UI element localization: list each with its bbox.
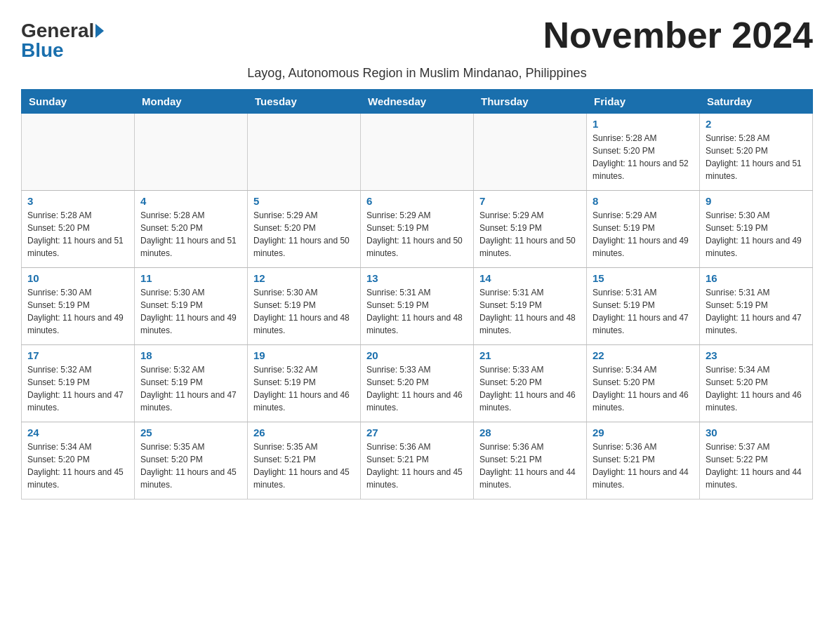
day-info: Sunrise: 5:29 AMSunset: 5:20 PMDaylight:… (253, 209, 355, 260)
calendar-cell: 9Sunrise: 5:30 AMSunset: 5:19 PMDaylight… (700, 191, 813, 268)
calendar-cell: 12Sunrise: 5:30 AMSunset: 5:19 PMDayligh… (248, 268, 361, 345)
day-number: 1 (593, 118, 694, 130)
calendar-cell: 15Sunrise: 5:31 AMSunset: 5:19 PMDayligh… (587, 268, 700, 345)
day-info: Sunrise: 5:29 AMSunset: 5:19 PMDaylight:… (479, 209, 581, 260)
calendar-cell: 25Sunrise: 5:35 AMSunset: 5:20 PMDayligh… (135, 422, 248, 499)
day-info: Sunrise: 5:33 AMSunset: 5:20 PMDaylight:… (366, 363, 468, 414)
day-info: Sunrise: 5:36 AMSunset: 5:21 PMDaylight:… (366, 441, 468, 491)
calendar-table: SundayMondayTuesdayWednesdayThursdayFrid… (21, 89, 813, 499)
day-number: 22 (593, 349, 694, 361)
day-info: Sunrise: 5:30 AMSunset: 5:19 PMDaylight:… (27, 286, 128, 337)
calendar-cell: 18Sunrise: 5:32 AMSunset: 5:19 PMDayligh… (135, 345, 248, 422)
page-header: General Blue November 2024 (21, 14, 813, 60)
calendar-cell (474, 114, 587, 191)
calendar-cell: 28Sunrise: 5:36 AMSunset: 5:21 PMDayligh… (474, 422, 587, 499)
calendar-cell: 21Sunrise: 5:33 AMSunset: 5:20 PMDayligh… (474, 345, 587, 422)
day-info: Sunrise: 5:35 AMSunset: 5:20 PMDaylight:… (140, 441, 241, 491)
day-number: 9 (706, 195, 807, 207)
day-info: Sunrise: 5:31 AMSunset: 5:19 PMDaylight:… (706, 286, 807, 337)
day-info: Sunrise: 5:28 AMSunset: 5:20 PMDaylight:… (140, 209, 241, 260)
day-info: Sunrise: 5:29 AMSunset: 5:19 PMDaylight:… (366, 209, 468, 260)
day-number: 29 (593, 427, 694, 438)
calendar-week-row: 3Sunrise: 5:28 AMSunset: 5:20 PMDaylight… (22, 191, 813, 268)
calendar-cell: 16Sunrise: 5:31 AMSunset: 5:19 PMDayligh… (700, 268, 813, 345)
day-info: Sunrise: 5:29 AMSunset: 5:19 PMDaylight:… (593, 209, 694, 260)
day-number: 14 (479, 272, 581, 284)
weekday-header-wednesday: Wednesday (361, 90, 474, 114)
day-info: Sunrise: 5:30 AMSunset: 5:19 PMDaylight:… (253, 286, 355, 337)
day-number: 4 (140, 195, 241, 207)
calendar-cell: 2Sunrise: 5:28 AMSunset: 5:20 PMDaylight… (700, 114, 813, 191)
calendar-cell: 13Sunrise: 5:31 AMSunset: 5:19 PMDayligh… (361, 268, 474, 345)
day-number: 15 (593, 272, 694, 284)
calendar-cell: 10Sunrise: 5:30 AMSunset: 5:19 PMDayligh… (22, 268, 135, 345)
day-number: 24 (27, 427, 128, 438)
day-number: 18 (140, 349, 241, 361)
day-info: Sunrise: 5:37 AMSunset: 5:22 PMDaylight:… (706, 441, 807, 491)
calendar-cell: 8Sunrise: 5:29 AMSunset: 5:19 PMDaylight… (587, 191, 700, 268)
day-info: Sunrise: 5:28 AMSunset: 5:20 PMDaylight:… (27, 209, 128, 260)
calendar-cell: 20Sunrise: 5:33 AMSunset: 5:20 PMDayligh… (361, 345, 474, 422)
day-number: 12 (253, 272, 355, 284)
day-info: Sunrise: 5:35 AMSunset: 5:21 PMDaylight:… (253, 441, 355, 491)
day-info: Sunrise: 5:34 AMSunset: 5:20 PMDaylight:… (706, 363, 807, 414)
day-number: 13 (366, 272, 468, 284)
calendar-cell: 7Sunrise: 5:29 AMSunset: 5:19 PMDaylight… (474, 191, 587, 268)
day-number: 27 (366, 427, 468, 438)
calendar-cell (22, 114, 135, 191)
calendar-cell: 27Sunrise: 5:36 AMSunset: 5:21 PMDayligh… (361, 422, 474, 499)
day-info: Sunrise: 5:34 AMSunset: 5:20 PMDaylight:… (593, 363, 694, 414)
day-number: 20 (366, 349, 468, 361)
calendar-cell: 24Sunrise: 5:34 AMSunset: 5:20 PMDayligh… (22, 422, 135, 499)
day-info: Sunrise: 5:28 AMSunset: 5:20 PMDaylight:… (593, 132, 694, 182)
day-info: Sunrise: 5:36 AMSunset: 5:21 PMDaylight:… (479, 441, 581, 491)
day-info: Sunrise: 5:28 AMSunset: 5:20 PMDaylight:… (706, 132, 807, 182)
day-info: Sunrise: 5:36 AMSunset: 5:21 PMDaylight:… (593, 441, 694, 491)
day-info: Sunrise: 5:31 AMSunset: 5:19 PMDaylight:… (479, 286, 581, 337)
weekday-header-saturday: Saturday (700, 90, 813, 114)
day-number: 11 (140, 272, 241, 284)
day-number: 17 (27, 349, 128, 361)
calendar-cell: 1Sunrise: 5:28 AMSunset: 5:20 PMDaylight… (587, 114, 700, 191)
calendar-week-row: 1Sunrise: 5:28 AMSunset: 5:20 PMDaylight… (22, 114, 813, 191)
day-number: 25 (140, 427, 241, 438)
calendar-week-row: 10Sunrise: 5:30 AMSunset: 5:19 PMDayligh… (22, 268, 813, 345)
calendar-cell: 22Sunrise: 5:34 AMSunset: 5:20 PMDayligh… (587, 345, 700, 422)
calendar-cell: 19Sunrise: 5:32 AMSunset: 5:19 PMDayligh… (248, 345, 361, 422)
logo-general: General (21, 21, 94, 41)
day-number: 3 (27, 195, 128, 207)
subtitle: Layog, Autonomous Region in Muslim Minda… (21, 66, 813, 81)
day-number: 23 (706, 349, 807, 361)
day-info: Sunrise: 5:32 AMSunset: 5:19 PMDaylight:… (27, 363, 128, 414)
day-number: 7 (479, 195, 581, 207)
calendar-cell (248, 114, 361, 191)
day-info: Sunrise: 5:32 AMSunset: 5:19 PMDaylight:… (253, 363, 355, 414)
calendar-cell: 30Sunrise: 5:37 AMSunset: 5:22 PMDayligh… (700, 422, 813, 499)
day-info: Sunrise: 5:30 AMSunset: 5:19 PMDaylight:… (140, 286, 241, 337)
weekday-header-row: SundayMondayTuesdayWednesdayThursdayFrid… (22, 90, 813, 114)
calendar-cell: 11Sunrise: 5:30 AMSunset: 5:19 PMDayligh… (135, 268, 248, 345)
logo-blue: Blue (21, 41, 64, 60)
day-info: Sunrise: 5:32 AMSunset: 5:19 PMDaylight:… (140, 363, 241, 414)
weekday-header-tuesday: Tuesday (248, 90, 361, 114)
calendar-cell: 3Sunrise: 5:28 AMSunset: 5:20 PMDaylight… (22, 191, 135, 268)
day-number: 10 (27, 272, 128, 284)
day-number: 5 (253, 195, 355, 207)
weekday-header-sunday: Sunday (22, 90, 135, 114)
weekday-header-thursday: Thursday (474, 90, 587, 114)
calendar-cell: 29Sunrise: 5:36 AMSunset: 5:21 PMDayligh… (587, 422, 700, 499)
calendar-cell: 17Sunrise: 5:32 AMSunset: 5:19 PMDayligh… (22, 345, 135, 422)
day-number: 19 (253, 349, 355, 361)
day-number: 28 (479, 427, 581, 438)
day-number: 26 (253, 427, 355, 438)
calendar-week-row: 24Sunrise: 5:34 AMSunset: 5:20 PMDayligh… (22, 422, 813, 499)
day-info: Sunrise: 5:34 AMSunset: 5:20 PMDaylight:… (27, 441, 128, 491)
calendar-cell: 26Sunrise: 5:35 AMSunset: 5:21 PMDayligh… (248, 422, 361, 499)
calendar-cell (135, 114, 248, 191)
calendar-cell (361, 114, 474, 191)
day-number: 21 (479, 349, 581, 361)
calendar-cell: 6Sunrise: 5:29 AMSunset: 5:19 PMDaylight… (361, 191, 474, 268)
day-number: 30 (706, 427, 807, 438)
calendar-cell: 14Sunrise: 5:31 AMSunset: 5:19 PMDayligh… (474, 268, 587, 345)
calendar-cell: 4Sunrise: 5:28 AMSunset: 5:20 PMDaylight… (135, 191, 248, 268)
